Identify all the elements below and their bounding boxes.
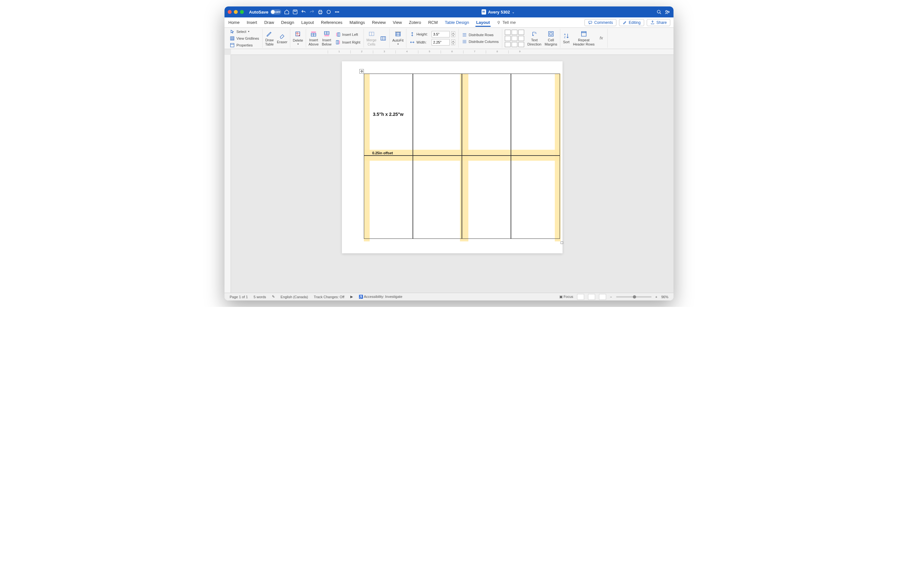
align-bc-icon[interactable] bbox=[512, 42, 517, 47]
tab-table-layout[interactable]: Layout bbox=[475, 18, 491, 27]
horizontal-ruler[interactable]: 1 2 3 4 5 6 7 8 9 bbox=[231, 49, 674, 55]
sort-button[interactable]: AZ Sort bbox=[563, 32, 570, 44]
zoom-in-button[interactable]: + bbox=[655, 295, 657, 299]
search-icon[interactable] bbox=[656, 9, 662, 15]
insert-left-button[interactable]: Insert Left bbox=[335, 32, 361, 37]
height-input[interactable] bbox=[432, 31, 450, 37]
web-layout-icon[interactable] bbox=[599, 294, 606, 300]
tab-insert[interactable]: Insert bbox=[246, 18, 258, 27]
tab-mailings[interactable]: Mailings bbox=[349, 18, 366, 27]
share-button[interactable]: Share bbox=[647, 19, 670, 26]
maximize-icon[interactable] bbox=[240, 10, 244, 14]
table[interactable]: 3.5"h x 2.25"w 0.25in offset bbox=[364, 74, 561, 242]
page[interactable]: ✥ 3.5"h x 2.25"w bbox=[342, 61, 563, 253]
spellcheck-icon[interactable]: ✎ bbox=[272, 295, 275, 299]
align-mc-icon[interactable] bbox=[512, 36, 517, 41]
height-spinner[interactable]: ▴▾ bbox=[451, 31, 455, 37]
insert-right-button[interactable]: Insert Right bbox=[335, 39, 361, 45]
align-br-icon[interactable] bbox=[518, 42, 524, 47]
distribute-rows-button[interactable]: Distribute Rows bbox=[461, 32, 499, 38]
table-cell[interactable] bbox=[462, 74, 511, 155]
table-move-handle-icon[interactable]: ✥ bbox=[359, 69, 364, 74]
document-canvas[interactable]: ✥ 3.5"h x 2.25"w bbox=[231, 55, 674, 293]
tab-design[interactable]: Design bbox=[281, 18, 295, 27]
save-icon[interactable] bbox=[292, 9, 298, 15]
editing-button[interactable]: Editing bbox=[619, 19, 644, 26]
focus-mode-button[interactable]: ▣ Focus bbox=[559, 295, 573, 299]
formula-button[interactable]: fx bbox=[598, 35, 605, 42]
tab-references[interactable]: References bbox=[320, 18, 343, 27]
track-changes-indicator[interactable]: Track Changes: Off bbox=[314, 295, 344, 299]
share-presence-icon[interactable] bbox=[664, 9, 670, 15]
align-tc-icon[interactable] bbox=[512, 30, 517, 35]
window-controls[interactable] bbox=[228, 10, 244, 14]
home-icon[interactable] bbox=[284, 9, 290, 15]
minimize-icon[interactable] bbox=[234, 10, 238, 14]
tab-rcm[interactable]: RCM bbox=[427, 18, 438, 27]
tell-me[interactable]: Tell me bbox=[497, 20, 516, 25]
tab-view[interactable]: View bbox=[392, 18, 403, 27]
chevron-down-icon[interactable]: ⌄ bbox=[512, 10, 515, 14]
alignment-grid[interactable] bbox=[505, 30, 524, 47]
select-button[interactable]: Select ▾ bbox=[229, 29, 260, 34]
insert-col-left-icon bbox=[335, 32, 341, 37]
width-field[interactable]: Width: ▴▾ bbox=[409, 39, 456, 46]
view-gridlines-button[interactable]: View Gridlines bbox=[229, 35, 260, 41]
table-cell[interactable] bbox=[511, 155, 560, 239]
align-ml-icon[interactable] bbox=[505, 36, 511, 41]
zoom-level[interactable]: 96% bbox=[661, 295, 668, 299]
align-tr-icon[interactable] bbox=[518, 30, 524, 35]
distribute-columns-button[interactable]: Distribute Columns bbox=[461, 39, 499, 45]
repeat-header-button[interactable]: Repeat Header Rows bbox=[573, 30, 595, 46]
comments-button[interactable]: Comments bbox=[584, 19, 617, 26]
split-cells-button[interactable] bbox=[380, 35, 387, 42]
page-indicator[interactable]: Page 1 of 1 bbox=[230, 295, 248, 299]
circle-icon[interactable] bbox=[326, 9, 332, 15]
autofit-button[interactable]: AutoFit ▾ bbox=[392, 31, 403, 46]
eraser-button[interactable]: Eraser bbox=[277, 32, 287, 44]
tab-table-design[interactable]: Table Design bbox=[444, 18, 470, 27]
tab-zotero[interactable]: Zotero bbox=[408, 18, 422, 27]
cell-margins-button[interactable]: Cell Margins bbox=[544, 30, 557, 46]
toggle-off-icon[interactable]: OFF bbox=[270, 9, 281, 14]
align-bl-icon[interactable] bbox=[505, 42, 511, 47]
delete-button[interactable]: Delete ▾ bbox=[293, 31, 303, 46]
vertical-ruler[interactable] bbox=[224, 55, 231, 293]
table-cell[interactable] bbox=[413, 155, 462, 239]
properties-button[interactable]: Properties bbox=[229, 42, 260, 48]
redo-icon[interactable] bbox=[309, 9, 315, 15]
close-icon[interactable] bbox=[228, 10, 232, 14]
language-indicator[interactable]: English (Canada) bbox=[281, 295, 308, 299]
table-resize-handle-icon[interactable] bbox=[561, 242, 563, 244]
width-input[interactable] bbox=[432, 39, 450, 46]
more-icon[interactable] bbox=[334, 9, 340, 15]
tab-layout[interactable]: Layout bbox=[301, 18, 315, 27]
align-mr-icon[interactable] bbox=[518, 36, 524, 41]
width-spinner[interactable]: ▴▾ bbox=[451, 39, 455, 45]
height-field[interactable]: Height: ▴▾ bbox=[409, 31, 456, 38]
svg-point-6 bbox=[657, 10, 660, 13]
print-layout-icon[interactable] bbox=[588, 294, 595, 300]
read-mode-icon[interactable] bbox=[577, 294, 584, 300]
macro-icon[interactable]: ▶ bbox=[350, 295, 353, 299]
accessibility-indicator[interactable]: ♿ Accessibility: Investigate bbox=[359, 295, 403, 299]
undo-icon[interactable] bbox=[301, 9, 306, 15]
autosave-toggle[interactable]: AutoSave OFF bbox=[249, 9, 281, 14]
document-title[interactable]: Avery 5302 ⌄ bbox=[343, 9, 654, 14]
table-cell[interactable] bbox=[364, 155, 413, 239]
tab-review[interactable]: Review bbox=[371, 18, 386, 27]
table-cell[interactable] bbox=[462, 155, 511, 239]
word-count[interactable]: 5 words bbox=[254, 295, 266, 299]
print-icon[interactable] bbox=[317, 9, 323, 15]
table-cell[interactable] bbox=[511, 74, 560, 155]
insert-below-button[interactable]: Insert Below bbox=[322, 30, 332, 46]
tab-draw[interactable]: Draw bbox=[263, 18, 275, 27]
tab-home[interactable]: Home bbox=[228, 18, 240, 27]
zoom-slider[interactable] bbox=[616, 296, 652, 297]
table-cell[interactable] bbox=[413, 74, 462, 155]
text-direction-button[interactable]: A Text Direction bbox=[527, 30, 541, 46]
draw-table-button[interactable]: Draw Table bbox=[265, 30, 274, 46]
align-tl-icon[interactable] bbox=[505, 30, 511, 35]
insert-above-button[interactable]: Insert Above bbox=[309, 30, 319, 46]
zoom-out-button[interactable]: − bbox=[610, 295, 612, 299]
